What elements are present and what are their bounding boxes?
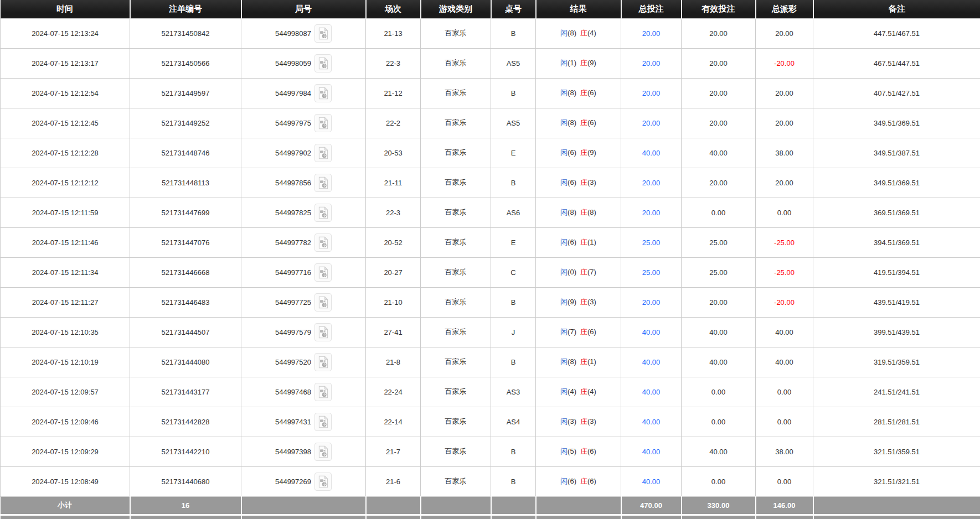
result-banker-label: 庄 (580, 477, 587, 485)
cell-time: 2024-07-15 12:10:19 (1, 347, 130, 377)
video-replay-button[interactable] (314, 353, 332, 371)
cell-remark: 419.51/394.51 (813, 257, 980, 287)
cell-session: 20-52 (366, 227, 421, 257)
result-player-score: (8) (568, 29, 576, 37)
video-replay-button[interactable] (314, 24, 332, 43)
result-banker-label: 庄 (580, 417, 587, 425)
video-replay-button[interactable] (314, 174, 332, 192)
video-replay-icon (317, 146, 329, 160)
cell-payout: -25.00 (756, 227, 813, 257)
round-no-text: 544997431 (275, 418, 311, 426)
cell-remark: 467.51/447.51 (813, 48, 980, 78)
result-banker-label: 庄 (580, 387, 587, 396)
cell-bet-no: 521731446483 (130, 287, 241, 317)
result-banker-score: (1) (587, 357, 596, 366)
cell-session: 20-27 (366, 257, 421, 287)
cell-table-no: C (491, 257, 536, 287)
round-no-text: 544997902 (275, 149, 311, 157)
cell-total-bet: 40.00 (621, 437, 682, 466)
cell-total-bet: 40.00 (621, 138, 682, 168)
cell-payout: 38.00 (756, 437, 813, 466)
cell-result: 闲(8)庄(8) (536, 198, 621, 227)
col-round-no: 局号 (241, 0, 366, 18)
video-replay-button[interactable] (314, 383, 332, 401)
table-row: 2024-07-15 12:09:57 521731443177 5449974… (1, 377, 980, 407)
result-player-label: 闲 (560, 208, 568, 216)
table-row: 2024-07-15 12:09:46 521731442828 5449974… (1, 407, 980, 437)
col-session: 场次 (366, 0, 421, 18)
cell-table-no: AS3 (491, 377, 536, 407)
subtotal-count: 16 (130, 496, 241, 515)
cell-valid-bet: 0.00 (682, 377, 756, 407)
video-replay-button[interactable] (314, 144, 332, 162)
result-player-score: (6) (568, 178, 576, 186)
cell-game-type: 百家乐 (421, 257, 491, 287)
result-player-score: (1) (568, 59, 576, 67)
cell-game-type: 百家乐 (421, 108, 491, 138)
cell-session: 21-10 (366, 287, 421, 317)
round-no-text: 544998087 (275, 29, 311, 38)
cell-total-bet: 40.00 (621, 407, 682, 437)
video-replay-button[interactable] (314, 204, 332, 222)
video-replay-button[interactable] (314, 114, 332, 132)
cell-table-no: B (491, 466, 536, 496)
cell-round-no: 544997468 (241, 377, 366, 407)
cell-result: 闲(0)庄(7) (536, 257, 621, 287)
cell-remark: 447.51/467.51 (813, 18, 980, 48)
result-player-score: (9) (568, 298, 576, 306)
table-row: 2024-07-15 12:10:35 521731444507 5449975… (1, 317, 980, 347)
result-banker-score: (3) (587, 178, 596, 186)
cell-game-type: 百家乐 (421, 377, 491, 407)
video-replay-button[interactable] (314, 233, 332, 252)
result-banker-score: (6) (587, 328, 596, 336)
video-replay-icon (317, 116, 329, 130)
cell-table-no: E (491, 227, 536, 257)
col-remark: 备注 (813, 0, 980, 18)
result-banker-score: (1) (587, 238, 596, 246)
cell-payout: 0.00 (756, 377, 813, 407)
round-no-text: 544997579 (275, 328, 311, 336)
result-player-label: 闲 (560, 238, 568, 246)
cell-valid-bet: 20.00 (682, 287, 756, 317)
cell-game-type: 百家乐 (421, 466, 491, 496)
video-replay-button[interactable] (314, 54, 332, 72)
result-player-label: 闲 (560, 447, 568, 455)
table-row: 2024-07-15 12:11:27 521731446483 5449977… (1, 287, 980, 317)
video-replay-button[interactable] (314, 323, 332, 341)
result-player-score: (8) (568, 118, 576, 127)
subtotal-empty (241, 496, 366, 515)
cell-result: 闲(8)庄(1) (536, 347, 621, 377)
video-replay-button[interactable] (314, 443, 332, 461)
cell-bet-no: 521731442210 (130, 437, 241, 466)
cell-time: 2024-07-15 12:09:46 (1, 407, 130, 437)
table-row: 2024-07-15 12:08:49 521731440680 5449972… (1, 466, 980, 496)
video-replay-button[interactable] (314, 84, 332, 102)
cell-game-type: 百家乐 (421, 287, 491, 317)
cell-bet-no: 521731440680 (130, 466, 241, 496)
video-replay-button[interactable] (314, 413, 332, 431)
cell-bet-no: 521731450566 (130, 48, 241, 78)
video-replay-button[interactable] (314, 473, 332, 491)
cell-table-no: B (491, 78, 536, 108)
video-replay-icon (317, 445, 329, 459)
result-banker-label: 庄 (580, 298, 587, 306)
cell-time: 2024-07-15 12:09:29 (1, 437, 130, 466)
cell-round-no: 544997902 (241, 138, 366, 168)
cell-game-type: 百家乐 (421, 138, 491, 168)
cell-session: 22-3 (366, 198, 421, 227)
video-replay-button[interactable] (314, 263, 332, 282)
video-replay-button[interactable] (314, 293, 332, 312)
cell-remark: 281.51/281.51 (813, 407, 980, 437)
cell-bet-no: 521731443177 (130, 377, 241, 407)
cell-time: 2024-07-15 12:11:59 (1, 198, 130, 227)
subtotal-valid-bet: 330.00 (682, 496, 756, 515)
cell-session: 21-7 (366, 437, 421, 466)
result-banker-label: 庄 (580, 447, 587, 455)
table-row: 2024-07-15 12:12:54 521731449597 5449979… (1, 78, 980, 108)
table-row: 2024-07-15 12:11:34 521731446668 5449977… (1, 257, 980, 287)
cell-bet-no: 521731448113 (130, 168, 241, 198)
result-player-label: 闲 (560, 298, 568, 306)
cell-valid-bet: 40.00 (682, 347, 756, 377)
cell-result: 闲(6)庄(1) (536, 227, 621, 257)
cell-bet-no: 521731444507 (130, 317, 241, 347)
